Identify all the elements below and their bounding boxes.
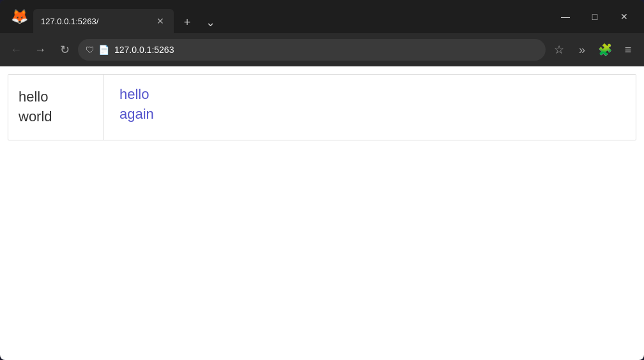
tab-title: 127.0.0.1:5263/ [41, 17, 150, 26]
new-tab-button[interactable]: + [176, 11, 198, 33]
tab-close-button[interactable]: ✕ [155, 15, 166, 27]
minimize-button[interactable]: — [551, 0, 580, 33]
main-content: hello again [104, 75, 636, 140]
link-hello[interactable]: hello [119, 85, 620, 105]
back-button[interactable]: ← [5, 39, 27, 61]
sidebar-line2: world [19, 109, 52, 124]
reload-button[interactable]: ↻ [54, 39, 75, 61]
close-button[interactable]: ✕ [610, 0, 639, 33]
menu-button[interactable]: ≡ [617, 39, 639, 61]
page-inner: hello world hello again [8, 74, 636, 140]
extensions-forward-button[interactable]: » [571, 39, 593, 61]
sidebar-line1: hello [19, 89, 48, 105]
address-text: 127.0.0.1:5263 [114, 45, 538, 55]
address-bar-icons: 🛡 📄 [86, 45, 109, 55]
sidebar-text: hello world [19, 87, 93, 127]
link-again[interactable]: again [119, 105, 620, 124]
nav-bar: ← → ↻ 🛡 📄 127.0.0.1:5263 ☆ » 🧩 ≡ [0, 33, 644, 66]
firefox-logo-icon: 🦊 [11, 8, 28, 25]
shield-icon: 🛡 [86, 45, 95, 55]
tab-bar: 🦊 127.0.0.1:5263/ ✕ + ⌄ — □ ✕ [0, 0, 644, 33]
firefox-logo-area: 🦊 [5, 0, 33, 33]
address-bar[interactable]: 🛡 📄 127.0.0.1:5263 [78, 39, 546, 61]
extensions-button[interactable]: 🧩 [594, 39, 616, 61]
browser-window: 🦊 127.0.0.1:5263/ ✕ + ⌄ — □ ✕ ← → ↻ 🛡 📄 … [0, 0, 644, 360]
nav-right-controls: ☆ » 🧩 ≡ [548, 39, 639, 61]
document-icon: 📄 [98, 45, 109, 55]
maximize-button[interactable]: □ [580, 0, 610, 33]
sidebar-nav: hello world [8, 75, 104, 140]
tab-controls: + ⌄ [176, 11, 551, 33]
bookmark-button[interactable]: ☆ [548, 39, 570, 61]
active-tab[interactable]: 127.0.0.1:5263/ ✕ [33, 9, 174, 33]
forward-button[interactable]: → [29, 39, 51, 61]
window-controls: — □ ✕ [551, 0, 639, 33]
list-tabs-button[interactable]: ⌄ [199, 11, 221, 33]
page-content: hello world hello again [0, 66, 644, 360]
